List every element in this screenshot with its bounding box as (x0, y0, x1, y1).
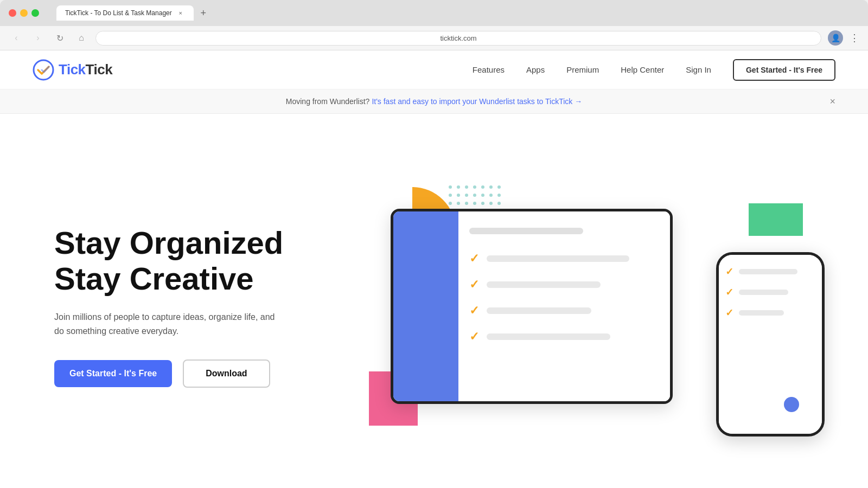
svg-point-20 (489, 202, 493, 205)
shape-green-rect (749, 203, 803, 236)
hero-content: Stay Organized Stay Creative Join millio… (54, 225, 336, 388)
tablet-mockup: ✓ ✓ ✓ ✓ (391, 209, 673, 404)
check-icon: ✓ (469, 252, 479, 266)
nav-features[interactable]: Features (473, 65, 505, 74)
browser-chrome: TickTick - To Do List & Task Manager × +… (0, 0, 868, 50)
logo[interactable]: TickTick (33, 59, 112, 81)
nav-apps[interactable]: Apps (526, 65, 545, 74)
phone-screen: ✓ ✓ ✓ (719, 255, 822, 434)
forward-button[interactable]: › (30, 30, 46, 46)
hero-get-started-button[interactable]: Get Started - It's Free (54, 360, 172, 387)
navbar: TickTick Features Apps Premium Help Cent… (0, 50, 868, 89)
tablet-title-bar (469, 228, 583, 234)
phone-dot (784, 397, 799, 412)
list-item: ✓ (725, 266, 815, 278)
check-icon: ✓ (725, 266, 733, 278)
table-row: ✓ (469, 330, 659, 344)
logo-text: TickTick (59, 61, 112, 78)
new-tab-button[interactable]: + (196, 5, 211, 21)
tablet-content: ✓ ✓ ✓ ✓ (458, 211, 670, 401)
hero-title: Stay Organized Stay Creative (54, 225, 336, 297)
traffic-light-red[interactable] (9, 9, 16, 17)
website-content: TickTick Features Apps Premium Help Cent… (0, 50, 868, 488)
svg-point-19 (481, 202, 484, 205)
task-bar (739, 310, 784, 316)
hero-subtitle: Join millions of people to capture ideas… (54, 310, 282, 338)
task-bar (487, 281, 601, 288)
task-bar (487, 333, 610, 340)
hero-section: Stay Organized Stay Creative Join millio… (0, 114, 868, 488)
traffic-light-green[interactable] (31, 9, 39, 17)
check-icon: ✓ (469, 330, 479, 344)
table-row: ✓ (469, 252, 659, 266)
address-bar[interactable]: ticktick.com (95, 31, 821, 46)
check-icon: ✓ (725, 286, 733, 298)
tab-close-button[interactable]: × (176, 9, 185, 17)
more-button[interactable]: ⋮ (850, 32, 859, 44)
banner-text: Moving from Wunderlist? (286, 97, 370, 106)
svg-point-14 (497, 194, 501, 197)
traffic-lights (9, 9, 39, 17)
browser-avatar[interactable]: 👤 (828, 30, 843, 46)
svg-point-5 (481, 185, 484, 189)
svg-point-9 (457, 194, 460, 197)
nav-help-center[interactable]: Help Center (621, 65, 664, 74)
task-bar (487, 255, 629, 262)
browser-tab[interactable]: TickTick - To Do List & Task Manager × (56, 5, 194, 21)
tablet-sidebar (393, 211, 458, 401)
svg-point-12 (481, 194, 484, 197)
svg-point-0 (34, 60, 53, 80)
check-icon: ✓ (725, 307, 733, 319)
home-button[interactable]: ⌂ (74, 30, 89, 46)
nav-sign-in[interactable]: Sign In (686, 65, 711, 74)
nav-links: Features Apps Premium Help Center Sign I… (473, 65, 711, 74)
svg-point-11 (473, 194, 476, 197)
logo-icon (33, 59, 54, 81)
nav-get-started-button[interactable]: Get Started - It's Free (733, 59, 835, 81)
svg-point-15 (449, 202, 452, 205)
svg-point-2 (457, 185, 460, 189)
traffic-light-yellow[interactable] (20, 9, 28, 17)
svg-point-7 (497, 185, 501, 189)
task-bar (739, 290, 788, 295)
svg-point-21 (497, 202, 501, 205)
svg-point-10 (465, 194, 468, 197)
svg-point-13 (489, 194, 493, 197)
browser-toolbar: ‹ › ↻ ⌂ ticktick.com 👤 ⋮ (0, 26, 868, 50)
list-item: ✓ (725, 307, 815, 319)
hero-download-button[interactable]: Download (183, 359, 270, 388)
back-button[interactable]: ‹ (9, 30, 24, 46)
hero-illustration: ✓ ✓ ✓ ✓ (358, 176, 835, 436)
tablet-screen: ✓ ✓ ✓ ✓ (393, 211, 670, 401)
svg-point-1 (449, 185, 452, 189)
hero-title-line1: Stay Organized (54, 225, 283, 260)
check-icon: ✓ (469, 304, 479, 318)
svg-point-18 (473, 202, 476, 205)
browser-titlebar: TickTick - To Do List & Task Manager × + (0, 0, 868, 26)
tab-title: TickTick - To Do List & Task Manager (65, 9, 172, 17)
tab-bar: TickTick - To Do List & Task Manager × + (56, 5, 859, 21)
hero-title-line2: Stay Creative (54, 261, 254, 296)
banner-close-button[interactable]: × (829, 97, 835, 106)
svg-point-8 (449, 194, 452, 197)
table-row: ✓ (469, 304, 659, 318)
task-bar (487, 307, 591, 314)
svg-point-4 (473, 185, 476, 189)
svg-point-3 (465, 185, 468, 189)
logo-tick2: Tick (86, 61, 113, 78)
banner: Moving from Wunderlist? It's fast and ea… (0, 89, 868, 114)
svg-point-6 (489, 185, 493, 189)
table-row: ✓ (469, 278, 659, 292)
svg-point-17 (465, 202, 468, 205)
svg-point-16 (457, 202, 460, 205)
logo-tick1: Tick (59, 61, 86, 78)
refresh-button[interactable]: ↻ (52, 30, 67, 46)
task-bar (739, 269, 797, 274)
list-item: ✓ (725, 286, 815, 298)
banner-link[interactable]: It's fast and easy to import your Wunder… (372, 97, 582, 106)
nav-premium[interactable]: Premium (566, 65, 599, 74)
phone-mockup: ✓ ✓ ✓ (716, 252, 825, 436)
check-icon: ✓ (469, 278, 479, 292)
hero-buttons: Get Started - It's Free Download (54, 359, 336, 388)
